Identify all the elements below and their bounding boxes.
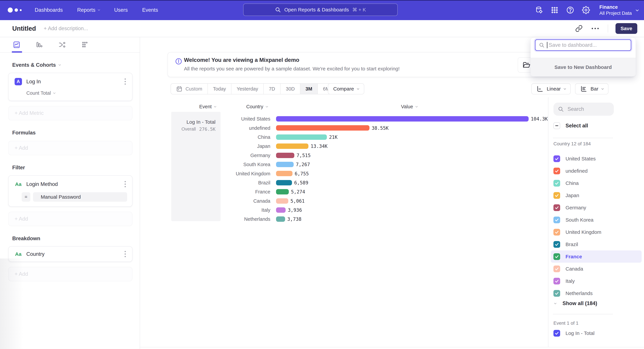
- filter-operator[interactable]: =: [22, 192, 30, 202]
- filter-card-login-method[interactable]: Aa Login Method = Manual Password: [8, 175, 132, 207]
- segment-row-undefined[interactable]: undefined: [551, 165, 642, 177]
- nav-item-dashboards[interactable]: Dashboards: [35, 7, 63, 13]
- metric-card-log-in[interactable]: A Log In Count Total: [8, 73, 132, 101]
- range-3m[interactable]: 3M: [300, 84, 318, 94]
- bar-canada[interactable]: [276, 198, 288, 204]
- compare-button[interactable]: Compare: [328, 83, 364, 94]
- segment-label: Japan: [566, 193, 579, 198]
- bar-brazil[interactable]: [276, 180, 292, 185]
- bar-united-states[interactable]: [276, 116, 528, 121]
- segment-search-input[interactable]: Search: [554, 103, 614, 116]
- add-formula-button[interactable]: + Add: [8, 141, 132, 155]
- segment-checkbox[interactable]: [554, 180, 560, 187]
- save-dashboard-search-input[interactable]: Save to dashboard...: [535, 39, 631, 51]
- nav-item-users[interactable]: Users: [114, 7, 128, 13]
- bar-south-korea[interactable]: [276, 162, 294, 167]
- segment-checkbox[interactable]: [554, 266, 560, 272]
- segment-checkbox[interactable]: [554, 204, 560, 211]
- range-30d[interactable]: 30D: [280, 84, 300, 94]
- segment-checkbox[interactable]: [554, 290, 560, 297]
- bar-undefined[interactable]: [276, 125, 370, 131]
- settings-gear-icon[interactable]: [582, 6, 590, 14]
- metric-kebab-icon[interactable]: [123, 77, 127, 86]
- chevron-down-icon: [266, 105, 268, 107]
- segment-row-netherlands[interactable]: Netherlands: [551, 287, 642, 299]
- aggregation-selector[interactable]: Count Total: [26, 90, 127, 96]
- check-icon: [554, 193, 559, 198]
- filter-kebab-icon[interactable]: [123, 180, 127, 189]
- segment-label: United States: [566, 156, 596, 162]
- bar-france[interactable]: [276, 189, 289, 194]
- segment-checkbox[interactable]: [554, 229, 560, 236]
- range-custom[interactable]: Custom: [171, 84, 208, 94]
- events-section-title[interactable]: Events & Cohorts: [12, 62, 132, 68]
- add-breakdown-button[interactable]: + Add: [8, 267, 132, 281]
- segment-checkbox[interactable]: [554, 217, 560, 223]
- segment-filter-panel: Search Select all Country 12 of 184 Unit…: [548, 97, 644, 347]
- select-all-row[interactable]: Select all: [554, 122, 588, 129]
- segment-row-japan[interactable]: Japan: [551, 189, 642, 202]
- breakdown-kebab-icon[interactable]: [123, 250, 127, 259]
- mixpanel-logo-icon[interactable]: [8, 7, 22, 12]
- segment-row-brazil[interactable]: Brazil: [551, 238, 642, 250]
- segment-row-south-korea[interactable]: South Korea: [551, 214, 642, 226]
- range-7d[interactable]: 7D: [263, 84, 280, 94]
- segment-row-france[interactable]: France: [551, 250, 642, 263]
- bar-china[interactable]: [276, 134, 327, 140]
- segment-checkbox[interactable]: [554, 168, 560, 174]
- global-search-input[interactable]: Open Reports & Dashboards ⌘ + K: [243, 3, 398, 16]
- nav-item-events[interactable]: Events: [142, 7, 158, 13]
- country-column-header[interactable]: Country: [246, 104, 268, 109]
- segment-checkbox[interactable]: [554, 278, 560, 285]
- add-filter-button[interactable]: + Add: [8, 212, 132, 226]
- bar-japan[interactable]: [276, 143, 308, 149]
- query-builder-sidebar: Events & Cohorts A Log In Count Total + …: [0, 37, 140, 349]
- add-metric-button[interactable]: + Add Metric: [8, 106, 132, 120]
- data-management-icon[interactable]: [535, 6, 543, 14]
- filter-value[interactable]: Manual Password: [33, 192, 127, 202]
- tab-insights[interactable]: [13, 41, 20, 49]
- chart-type-selector[interactable]: Bar: [575, 83, 608, 94]
- save-button[interactable]: Save: [616, 23, 637, 34]
- category-label: France: [140, 189, 270, 195]
- tab-retention[interactable]: [81, 41, 88, 49]
- select-all-checkbox[interactable]: [554, 122, 560, 129]
- category-label: United Kingdom: [140, 171, 270, 176]
- event-column-header[interactable]: Event: [199, 104, 216, 109]
- segment-checkbox[interactable]: [554, 241, 560, 248]
- segment-row-china[interactable]: China: [551, 177, 642, 189]
- workspace-switcher[interactable]: Finance All Project Data: [600, 4, 638, 16]
- save-to-new-dashboard-button[interactable]: Save to New Dashboard: [531, 58, 636, 76]
- segment-checkbox[interactable]: [554, 155, 560, 162]
- range-today[interactable]: Today: [208, 84, 231, 94]
- segment-row-canada[interactable]: Canada: [551, 263, 642, 275]
- value-column-header[interactable]: Value: [401, 104, 418, 109]
- segment-checkbox[interactable]: [554, 253, 560, 260]
- nav-item-reports[interactable]: Reports: [77, 7, 100, 13]
- show-all-button[interactable]: Show all (184): [554, 300, 597, 307]
- scale-selector[interactable]: Linear: [531, 83, 571, 94]
- report-header: Untitled + Add description... Save: [0, 20, 644, 37]
- add-description-button[interactable]: + Add description...: [44, 25, 88, 31]
- segment-checkbox[interactable]: [554, 192, 560, 199]
- breakdown-card-country[interactable]: Aa Country: [8, 246, 132, 262]
- segment-row-italy[interactable]: Italy: [551, 275, 642, 287]
- apps-grid-icon[interactable]: [551, 6, 558, 14]
- segment-row-united-states[interactable]: United States: [551, 153, 642, 165]
- bar-netherlands[interactable]: [276, 216, 285, 222]
- bar-germany[interactable]: [276, 153, 294, 158]
- copy-link-icon[interactable]: [575, 25, 582, 32]
- segment-row-germany[interactable]: Germany: [551, 202, 642, 214]
- bar-united-kingdom[interactable]: [276, 171, 292, 176]
- bar-italy[interactable]: [276, 207, 286, 213]
- event-series-row[interactable]: Log In - Total: [554, 330, 594, 337]
- help-icon[interactable]: [566, 6, 574, 14]
- check-icon: [554, 279, 559, 284]
- segment-row-united-kingdom[interactable]: United Kingdom: [551, 226, 642, 238]
- tab-flows[interactable]: [58, 41, 66, 49]
- more-options-icon[interactable]: [590, 26, 600, 31]
- range-yesterday[interactable]: Yesterday: [231, 84, 263, 94]
- tab-funnels[interactable]: [36, 41, 43, 49]
- event-series-checkbox[interactable]: [554, 330, 560, 337]
- report-title[interactable]: Untitled: [12, 25, 36, 32]
